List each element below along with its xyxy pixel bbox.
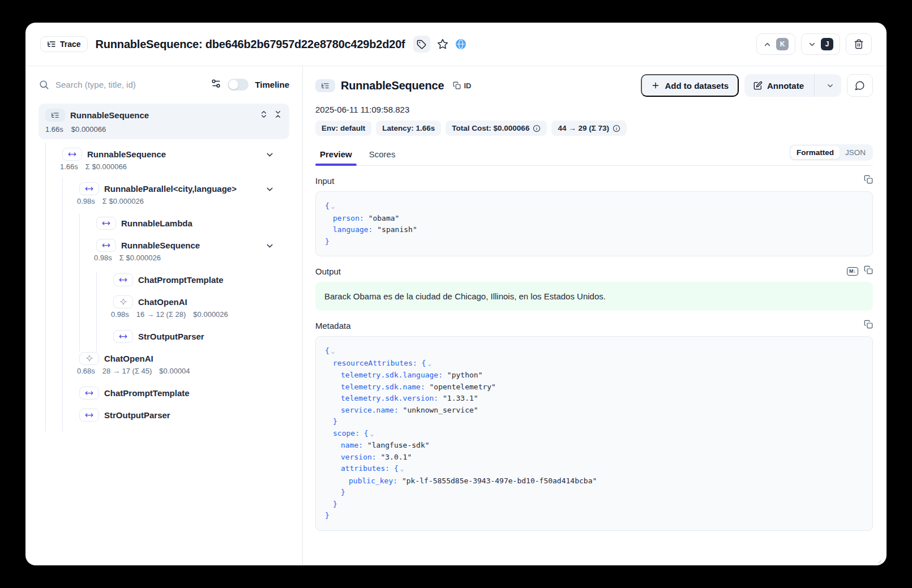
annotate-dropdown-button[interactable] [819,81,841,90]
chevron-down-icon [808,40,816,49]
tree-item-chatopenai[interactable]: ChatOpenAI0.68s28 → 17 (Σ 45)$0.00004 [38,347,289,381]
metric-badge: Latency: 1.66s [376,121,441,136]
comment-bubble-icon [855,80,865,91]
chevron-down-icon[interactable] [265,150,275,162]
span-arrows-icon [96,239,116,252]
tags-button[interactable] [413,36,430,53]
json-line: } [325,487,863,499]
metadata-json-block: {⌄resourceAttributes: {⌄telemetry.sdk.la… [315,336,873,531]
json-line: version: "3.0.1" [325,452,863,463]
observation-timestamp: 2025-06-11 11:09:58.823 [315,105,873,114]
format-json-option[interactable]: JSON [840,146,871,159]
trace-window: Trace RunnableSequence: dbe646b2b67957d2… [25,23,887,565]
tag-icon [417,40,426,49]
json-line: } [325,510,863,522]
metric-badge: 44 → 29 (Σ 73) [551,121,627,136]
annotate-split-button[interactable]: Annotate [744,74,841,97]
info-icon[interactable] [613,125,620,132]
copy-output-button[interactable] [864,265,873,277]
json-line: telemetry.sdk.version: "1.33.1" [325,393,863,405]
delete-trace-button[interactable] [846,33,872,55]
trace-tree-panel: Timeline RunnableSequence [25,66,303,565]
copy-metadata-button[interactable] [864,320,873,331]
star-icon [437,38,448,50]
collapse-all-icon[interactable] [273,110,282,119]
output-section-title: Output [315,267,341,276]
observation-panel: RunnableSequence ID Add to datasets Anno… [303,66,887,565]
json-line: language: "spanish" [325,224,863,236]
tree-item-metrics: 0.98s16 → 12 (Σ 28)$0.000026 [111,310,289,320]
json-line: telemetry.sdk.language: "python" [325,370,863,381]
plus-icon [651,81,660,90]
json-line: {⌄ [325,345,863,358]
tree-item-name: ChatOpenAI [138,297,187,307]
span-arrows-icon [62,148,82,161]
input-section: Input {⌄person: "obama"language: "spanis… [315,175,873,256]
tree-item-runnablesequence[interactable]: RunnableSequence1.66sΣ $0.000066 [38,143,289,177]
copy-icon [864,265,873,274]
tree-item-runnablelambda[interactable]: RunnableLambda [38,212,289,234]
tree-item-name: RunnableSequence [87,149,166,159]
tree-root-duration: 1.66s [45,125,63,134]
timeline-toggle[interactable] [228,79,249,91]
globe-icon [455,38,466,50]
info-icon[interactable] [533,125,541,132]
expand-all-icon[interactable] [259,110,268,119]
trace-badge-label: Trace [60,40,81,49]
input-section-title: Input [315,176,334,186]
public-share-button[interactable] [455,38,466,50]
generation-sparkle-icon [79,352,99,365]
json-line: public_key: "pk-lf-5855d85e-3943-497e-bd… [325,475,863,487]
tab-scores[interactable]: Scores [365,147,400,165]
id-label: ID [464,81,471,90]
tree-item-runnableparallel-city-language-[interactable]: RunnableParallel<city,language>0.98sΣ $0… [38,177,289,212]
titlebar: Trace RunnableSequence: dbe646b2b67957d2… [25,23,887,66]
tree-item-stroutputparser[interactable]: StrOutputParser [38,404,289,426]
tree-root-name: RunnableSequence [70,110,149,120]
metric-badge: Env: default [315,121,371,136]
json-line: name: "langfuse-sdk" [325,440,863,452]
filter-settings-button[interactable] [211,78,221,91]
tree-item-runnablesequence[interactable]: RunnableSequence0.98sΣ $0.000026 [38,234,289,268]
json-line: } [325,236,863,248]
search-input[interactable] [55,80,204,89]
copy-id-button[interactable]: ID [453,81,471,90]
span-arrows-icon [79,387,99,400]
add-to-datasets-label: Add to datasets [665,81,729,91]
bookmark-star-button[interactable] [437,38,448,50]
metric-badges-row: Env: defaultLatency: 1.66sTotal Cost: $0… [315,121,873,136]
resize-handle[interactable] [876,556,882,562]
copy-icon [864,175,873,184]
tree-root-item[interactable]: RunnableSequence 1.66s $0.000066 [38,104,289,139]
tree-root-cost: $0.000066 [71,125,106,134]
next-trace-button[interactable]: J [801,33,840,55]
chevron-down-icon[interactable] [265,184,275,196]
tree-item-metrics: 0.68s28 → 17 (Σ 45)$0.00004 [77,367,289,377]
tree-item-metrics: 0.98sΣ $0.000026 [94,254,289,264]
markdown-toggle-button[interactable]: M↓ [847,267,858,276]
tree-item-chatprompttemplate[interactable]: ChatPromptTemplate [38,381,289,404]
tree-item-name: ChatPromptTemplate [138,275,224,285]
tab-preview[interactable]: Preview [315,147,357,165]
add-to-datasets-button[interactable]: Add to datasets [641,74,739,97]
tree-item-stroutputparser[interactable]: StrOutputParser [38,325,289,347]
json-line: } [325,499,863,510]
tree-item-name: RunnableLambda [121,218,192,228]
tree-item-chatopenai[interactable]: ChatOpenAI0.98s16 → 12 (Σ 28)$0.000026 [38,290,289,325]
copy-input-button[interactable] [864,175,873,186]
prev-trace-button[interactable]: K [756,33,795,55]
divider [814,74,815,97]
json-line: attributes: {⌄ [325,463,863,475]
observation-type-badge [315,79,335,92]
json-line: person: "obama" [325,213,863,225]
trace-tree: RunnableSequence 1.66s $0.000066 Runnabl… [38,104,289,426]
format-formatted-option[interactable]: Formatted [791,146,840,159]
tree-item-name: ChatPromptTemplate [104,388,190,398]
tree-item-chatprompttemplate[interactable]: ChatPromptTemplate [38,268,289,290]
chevron-down-icon[interactable] [265,241,275,253]
span-arrows-icon [79,409,99,422]
comments-button[interactable] [847,74,873,97]
list-tree-icon [321,81,329,90]
tabs-row: Preview Scores Formatted JSON [315,144,873,166]
span-arrows-icon [79,182,99,195]
